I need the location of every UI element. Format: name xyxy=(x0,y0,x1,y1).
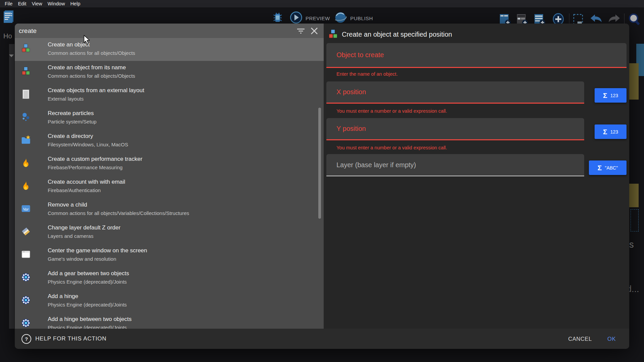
background-text-s: s xyxy=(629,240,634,250)
action-list-item[interactable]: Create a directory Filesystem/Windows, L… xyxy=(15,130,324,152)
action-title: Add a hinge between two objects xyxy=(48,315,132,323)
action-title: Create an object xyxy=(48,40,135,49)
action-title: Change layer default Z order xyxy=(48,223,120,232)
action-list-item[interactable]: Create a custom performance tracker Fire… xyxy=(15,152,324,175)
action-title: Recreate particles xyxy=(48,109,96,117)
ok-button[interactable]: OK xyxy=(607,336,616,342)
y-expression-label: 123 xyxy=(610,129,618,135)
action-list-item[interactable]: Change layer default Z order Layers and … xyxy=(15,221,324,244)
x-error-text: You must enter a number or a valid expre… xyxy=(336,108,447,114)
close-icon[interactable] xyxy=(310,27,319,35)
toolbar-separator xyxy=(569,13,569,24)
action-group: Filesystem/Windows, Linux, MacOS xyxy=(48,140,128,149)
cancel-button[interactable]: CANCEL xyxy=(568,336,592,342)
x-position-placeholder: X position xyxy=(336,88,366,96)
zorder-icon xyxy=(21,226,31,237)
action-title: Create an object at specified position xyxy=(342,31,452,38)
debug-icon[interactable] xyxy=(271,12,284,24)
list-scrollbar[interactable] xyxy=(318,108,321,219)
menu-edit[interactable]: Edit xyxy=(15,1,29,6)
action-list-item[interactable]: Create an object from its name Common ac… xyxy=(15,61,324,84)
particles-icon xyxy=(21,112,31,122)
x-expression-label: 123 xyxy=(610,93,618,98)
publish-button[interactable]: PUBLISH xyxy=(350,15,373,21)
background-block xyxy=(629,63,639,100)
publish-globe-icon[interactable] xyxy=(334,11,347,24)
gear-icon xyxy=(21,272,31,282)
menu-window[interactable]: Window xyxy=(45,1,68,6)
filter-icon[interactable] xyxy=(296,27,305,35)
var-icon: Var xyxy=(21,204,31,214)
object-helper-text: Enter the name of an object. xyxy=(336,71,398,77)
action-group: Firebase/Authentication xyxy=(48,186,125,195)
y-position-field[interactable]: Y position xyxy=(326,118,584,140)
action-group: Physics Engine (deprecated)/Joints xyxy=(48,323,132,329)
choose-action-dialog: create Create an object Common actions f… xyxy=(15,24,629,349)
action-group: Common actions for all objects/Objects xyxy=(48,72,135,80)
cubes-icon xyxy=(21,43,31,53)
flame-icon xyxy=(21,158,31,168)
gear-icon xyxy=(21,318,31,328)
action-list-item[interactable]: Add a gear between two objects Physics E… xyxy=(15,267,324,290)
help-for-action-button[interactable]: ? HELP FOR THIS ACTION xyxy=(22,334,107,344)
cubes-icon xyxy=(21,66,31,76)
action-group: Particle system/Setup xyxy=(48,117,96,126)
menu-help[interactable]: Help xyxy=(68,1,83,6)
help-label: HELP FOR THIS ACTION xyxy=(35,335,107,342)
action-list: Create an object Common actions for all … xyxy=(15,38,324,329)
y-expression-button[interactable]: Σ 123 xyxy=(595,124,627,139)
gear-icon xyxy=(21,295,31,305)
layer-field[interactable]: Layer (base layer if empty) xyxy=(326,154,584,176)
action-list-item[interactable]: Add a hinge between two objects Physics … xyxy=(15,313,324,329)
window-icon xyxy=(21,249,31,259)
action-group: Firebase/Performance Measuring xyxy=(48,163,143,172)
action-search-panel: create Create an object Common actions f… xyxy=(15,24,324,329)
background-panel-edge xyxy=(9,44,14,329)
background-selection-rect xyxy=(631,209,639,231)
object-to-create-field[interactable]: Object to create xyxy=(326,43,627,68)
search-extensions-icon[interactable] xyxy=(627,12,642,27)
action-list-item[interactable]: Var Remove a child Common actions for al… xyxy=(15,198,324,221)
sigma-icon: Σ xyxy=(598,164,602,172)
action-group: Physics Engine (deprecated)/Joints xyxy=(48,278,129,286)
project-manager-icon[interactable] xyxy=(3,9,15,24)
action-config-panel: Create an object at specified position O… xyxy=(324,24,629,329)
action-list-item[interactable]: Add a hinge Physics Engine (deprecated)/… xyxy=(15,290,324,313)
action-list-item[interactable]: Create an object Common actions for all … xyxy=(15,38,324,61)
action-title: Create objects from an external layout xyxy=(48,86,144,95)
y-position-placeholder: Y position xyxy=(336,125,366,133)
action-title: Create a directory xyxy=(48,132,128,140)
action-title: Create a custom performance tracker xyxy=(48,155,143,163)
action-list-item[interactable]: Create objects from an external layout E… xyxy=(15,84,324,107)
menu-file[interactable]: File xyxy=(2,1,15,6)
folder-icon xyxy=(21,135,31,145)
layout-icon xyxy=(21,89,31,99)
undo-icon[interactable] xyxy=(589,14,603,25)
search-bar[interactable]: create xyxy=(15,24,324,38)
layer-expression-button[interactable]: Σ "ABC" xyxy=(589,160,627,175)
redo-icon[interactable] xyxy=(607,14,621,25)
action-title: Remove a child xyxy=(48,201,189,209)
preview-button[interactable]: PREVIEW xyxy=(306,15,330,21)
action-title: Center the game window on the screen xyxy=(48,246,147,255)
menu-bar: File Edit View Window Help xyxy=(0,0,644,7)
preview-play-icon[interactable] xyxy=(290,11,303,24)
action-title: Add a hinge xyxy=(48,292,127,300)
app-window: File Edit View Window Help PREVIEW xyxy=(0,0,644,362)
search-input[interactable]: create xyxy=(19,27,37,35)
x-expression-button[interactable]: Σ 123 xyxy=(595,88,627,103)
y-error-text: You must enter a number or a valid expre… xyxy=(336,145,447,150)
dialog-footer: ? HELP FOR THIS ACTION CANCEL OK xyxy=(15,329,629,349)
action-list-item[interactable]: Recreate particles Particle system/Setup xyxy=(15,107,324,130)
action-list-item[interactable]: Create account with with email Firebase/… xyxy=(15,175,324,198)
menu-view[interactable]: View xyxy=(29,1,45,6)
action-list-item[interactable]: Center the game window on the screen Gam… xyxy=(15,244,324,267)
help-icon: ? xyxy=(22,334,31,344)
action-group: Layers and cameras xyxy=(48,232,120,241)
x-position-field[interactable]: X position xyxy=(326,81,584,104)
flame-icon xyxy=(21,181,31,191)
background-tab-label: Ho xyxy=(3,32,12,40)
action-group: Common actions for all objects/Variables… xyxy=(48,209,189,218)
layer-placeholder: Layer (base layer if empty) xyxy=(336,161,416,169)
svg-text:Var: Var xyxy=(23,207,29,212)
